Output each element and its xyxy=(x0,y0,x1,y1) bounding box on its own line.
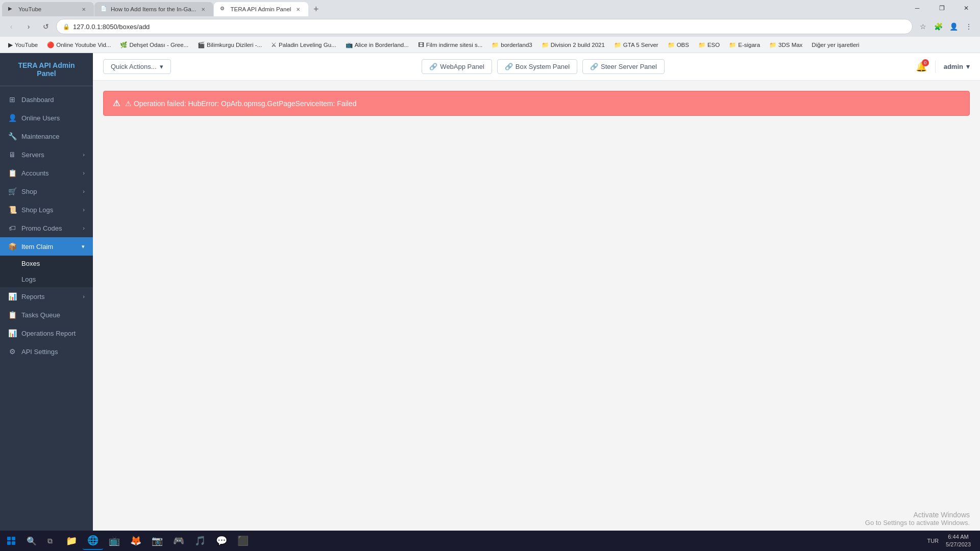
webapp-panel-button[interactable]: 🔗 WebApp Panel xyxy=(422,59,492,74)
bookmark-borderland3-icon: 📁 xyxy=(492,41,499,48)
sidebar-subitem-logs[interactable]: Logs xyxy=(0,271,93,287)
tera-favicon: ⚙ xyxy=(220,6,227,13)
maintenance-icon: 🔧 xyxy=(8,132,16,140)
bookmark-division2-label: Division 2 build 2021 xyxy=(551,42,605,48)
browser-chrome: ▶ YouTube ✕ 📄 How to Add Items for the I… xyxy=(0,0,980,53)
browser-tab-youtube[interactable]: ▶ YouTube ✕ xyxy=(2,2,94,16)
extensions-icon[interactable]: 🧩 xyxy=(931,19,945,34)
sidebar-item-shop[interactable]: 🛒 Shop › xyxy=(0,182,93,201)
sidebar-item-promo-codes[interactable]: 🏷 Promo Codes › xyxy=(0,219,93,237)
sidebar-item-online-users[interactable]: 👤 Online Users xyxy=(0,109,93,127)
bookmark-obs-icon: 📁 xyxy=(668,41,675,48)
sidebar-item-maintenance[interactable]: 🔧 Maintenance xyxy=(0,127,93,145)
bookmark-gta5-label: GTA 5 Server xyxy=(623,42,658,48)
topbar-right: 🔔 0 admin ▾ xyxy=(916,61,970,73)
bookmark-gta5[interactable]: 📁 GTA 5 Server xyxy=(610,40,663,50)
address-text: 127.0.0.1:8050/boxes/add xyxy=(73,23,906,31)
sidebar-item-operations-report[interactable]: 📊 Operations Report xyxy=(0,324,93,342)
sidebar-item-reports[interactable]: 📊 Reports › xyxy=(0,287,93,306)
bookmark-bilimkurgu[interactable]: 🎬 Bilimkurgu Dizileri -... xyxy=(193,40,266,50)
bookmark-borderland3[interactable]: 📁 borderland3 xyxy=(487,40,536,50)
reload-button[interactable]: ↺ xyxy=(39,19,53,34)
item-claim-icon: 📦 xyxy=(8,242,16,251)
item-claim-arrow-icon: ▾ xyxy=(82,243,85,250)
dashboard-icon: ⊞ xyxy=(8,95,16,104)
shop-arrow-icon: › xyxy=(83,188,85,194)
sidebar-item-servers[interactable]: 🖥 Servers › xyxy=(0,145,93,164)
sidebar-item-shop-logs[interactable]: 📜 Shop Logs › xyxy=(0,201,93,219)
sidebar-item-item-claim-label: Item Claim xyxy=(21,243,77,251)
bookmark-paladin-icon: ⚔ xyxy=(271,41,277,48)
minimize-button[interactable]: ─ xyxy=(905,0,929,16)
webapp-panel-link-icon: 🔗 xyxy=(429,63,437,70)
error-alert: ⚠ ⚠ Operation failed: HubError: OpArb.op… xyxy=(103,91,970,116)
bookmark-3dsmax[interactable]: 📁 3DS Max xyxy=(765,40,806,50)
menu-icon[interactable]: ⋮ xyxy=(962,19,976,34)
bookmark-more[interactable]: Diğer yer işaretleri xyxy=(807,40,863,49)
box-system-panel-label: Box System Panel xyxy=(516,63,570,70)
bookmark-eso[interactable]: 📁 ESO xyxy=(694,40,724,50)
tab-close-howto[interactable]: ✕ xyxy=(199,5,207,13)
sidebar-item-accounts[interactable]: 📋 Accounts › xyxy=(0,164,93,182)
back-button[interactable]: ‹ xyxy=(4,19,18,34)
bookmark-dehset[interactable]: 🌿 Dehşet Odası - Gree... xyxy=(116,40,192,50)
bookmark-esigara-icon: 📁 xyxy=(729,41,736,48)
sidebar-item-dashboard[interactable]: ⊞ Dashboard xyxy=(0,90,93,109)
quick-actions-button[interactable]: Quick Actions... ▾ xyxy=(103,59,171,74)
admin-menu-button[interactable]: admin ▾ xyxy=(944,63,970,70)
sidebar-item-tasks-queue-label: Tasks Queue xyxy=(21,311,85,319)
bookmark-film[interactable]: 🎞 Film indirme sitesi s... xyxy=(414,40,487,49)
admin-dropdown-icon: ▾ xyxy=(966,63,970,70)
alert-warning-icon: ⚠ xyxy=(113,98,120,108)
tab-close-youtube[interactable]: ✕ xyxy=(80,5,88,13)
bookmark-alice[interactable]: 📺 Alice in Borderland... xyxy=(341,40,413,50)
bookmark-division2[interactable]: 📁 Division 2 build 2021 xyxy=(537,40,609,50)
bookmark-youtube[interactable]: ▶ YouTube xyxy=(4,40,42,50)
bookmark-obs[interactable]: 📁 OBS xyxy=(664,40,693,50)
bookmark-obs-label: OBS xyxy=(677,42,689,48)
operations-report-icon: 📊 xyxy=(8,329,16,337)
notification-badge: 0 xyxy=(922,59,929,66)
promo-codes-icon: 🏷 xyxy=(8,224,16,232)
sidebar-item-item-claim[interactable]: 📦 Item Claim ▾ xyxy=(0,237,93,256)
sidebar-item-dashboard-label: Dashboard xyxy=(21,96,85,104)
steer-server-panel-button[interactable]: 🔗 Steer Server Panel xyxy=(582,59,665,74)
sidebar-subitem-boxes[interactable]: Boxes xyxy=(0,256,93,271)
quick-actions-label: Quick Actions... xyxy=(111,63,157,70)
bookmark-paladin[interactable]: ⚔ Paladin Leveling Gu... xyxy=(267,40,340,50)
profile-icon[interactable]: 👤 xyxy=(946,19,961,34)
sidebar-item-tasks-queue[interactable]: 📋 Tasks Queue xyxy=(0,306,93,324)
topbar: Quick Actions... ▾ 🔗 WebApp Panel 🔗 Box … xyxy=(93,53,980,81)
accounts-icon: 📋 xyxy=(8,169,16,177)
bookmark-youtube-label: YouTube xyxy=(15,42,38,48)
webapp-panel-label: WebApp Panel xyxy=(440,63,484,70)
servers-arrow-icon: › xyxy=(83,152,85,158)
browser-tab-tera[interactable]: ⚙ TERA API Admin Panel ✕ xyxy=(214,2,308,16)
notification-button[interactable]: 🔔 0 xyxy=(916,61,927,72)
shop-logs-arrow-icon: › xyxy=(83,207,85,213)
browser-toolbar: ‹ › ↺ 🔒 127.0.0.1:8050/boxes/add ☆ 🧩 👤 ⋮ xyxy=(0,16,980,37)
bookmark-gta5-icon: 📁 xyxy=(614,41,621,48)
bookmark-alice-icon: 📺 xyxy=(346,41,353,48)
shop-icon: 🛒 xyxy=(8,187,16,195)
tab-close-tera[interactable]: ✕ xyxy=(294,5,302,13)
sidebar-item-api-settings[interactable]: ⚙ API Settings xyxy=(0,342,93,361)
close-button[interactable]: ✕ xyxy=(954,0,978,16)
bookmark-alice-label: Alice in Borderland... xyxy=(355,42,409,48)
bookmark-eso-icon: 📁 xyxy=(698,41,705,48)
bookmark-paladin-label: Paladin Leveling Gu... xyxy=(279,42,336,48)
forward-button[interactable]: › xyxy=(21,19,36,34)
tab-title-youtube: YouTube xyxy=(18,6,77,12)
restore-button[interactable]: ❐ xyxy=(930,0,953,16)
bookmark-star-icon[interactable]: ☆ xyxy=(916,19,930,34)
bookmark-esigara[interactable]: 📁 E-sigara xyxy=(725,40,764,50)
bookmark-film-icon: 🎞 xyxy=(418,42,424,48)
topbar-divider xyxy=(935,61,936,73)
box-system-panel-button[interactable]: 🔗 Box System Panel xyxy=(497,59,577,74)
browser-tab-howto[interactable]: 📄 How to Add Items for the In-Ga... ✕ xyxy=(94,2,213,16)
address-bar[interactable]: 🔒 127.0.0.1:8050/boxes/add xyxy=(56,19,913,34)
bookmark-online-video-label: Online Youtube Vid... xyxy=(56,42,111,48)
bookmark-online-video[interactable]: 🔴 Online Youtube Vid... xyxy=(43,40,115,50)
browser-tabs: ▶ YouTube ✕ 📄 How to Add Items for the I… xyxy=(2,0,323,16)
new-tab-button[interactable]: + xyxy=(309,2,323,16)
